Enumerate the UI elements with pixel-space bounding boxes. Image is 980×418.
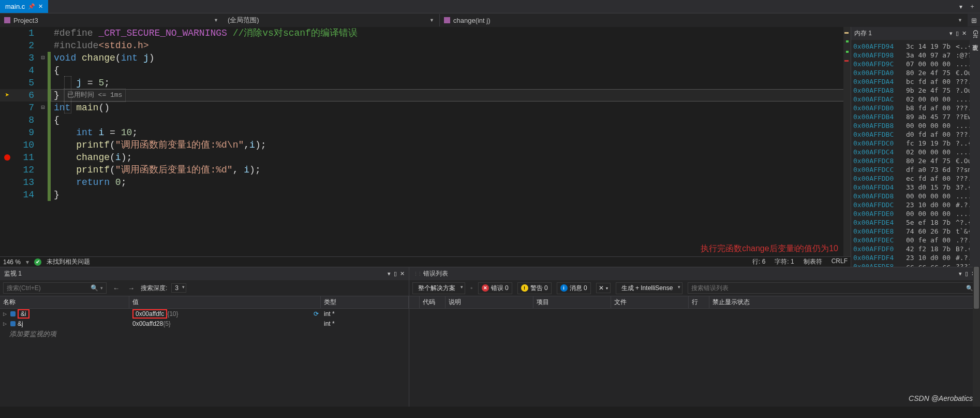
code-line[interactable]: 1#define _CRT_SECURE_NO_WARNINGS //消除vs对… [0, 27, 851, 39]
code-line[interactable]: 4{ [0, 64, 851, 77]
col-proj[interactable]: 项目 [533, 296, 611, 308]
search-icon[interactable]: 🔍 [91, 284, 98, 292]
refresh-icon[interactable]: ⟳ [314, 310, 319, 318]
window-menu-icon[interactable]: ▾ [959, 270, 962, 277]
col-indicator[interactable]: 字符: 1 [775, 257, 794, 266]
code-text[interactable]: j = 5; [51, 77, 110, 89]
code-text[interactable]: } [51, 89, 60, 102]
memory-row[interactable]: 0x00AFFDD0 ec fd af 00???. [853, 174, 970, 183]
issues-text[interactable]: 未找到相关问题 [47, 257, 90, 266]
function-dropdown[interactable]: change(int j) ▼ [439, 14, 967, 26]
scope-dropdown[interactable]: (全局范围) ▼ [224, 14, 438, 26]
code-line[interactable]: 2#include<stdio.h> [0, 39, 851, 52]
close-icon[interactable]: ✕ [400, 270, 405, 277]
next-icon[interactable]: → [126, 284, 137, 292]
add-watch-prompt[interactable]: 添加要监视的项 [0, 328, 409, 340]
col-code[interactable]: 代码 [420, 296, 446, 308]
memory-row[interactable]: 0x00AFFDA0 80 2e 4f 75€.Ou [853, 68, 970, 77]
expand-icon[interactable]: ▷ [3, 311, 8, 316]
memory-row[interactable]: 0x00AFFD98 3a 40 97 a7:@?? [853, 51, 970, 60]
pin-icon[interactable]: ▯ [394, 270, 397, 277]
messages-toggle[interactable]: i消息 0 [557, 282, 591, 294]
solution-dropdown[interactable]: 整个解决方案 [412, 282, 465, 294]
code-text[interactable]: void change(int j) [51, 52, 155, 64]
memory-row[interactable]: 0x00AFFDF0 42 f2 18 7bB?.{ [853, 244, 970, 253]
code-text[interactable]: #define _CRT_SECURE_NO_WARNINGS //消除vs对s… [51, 27, 358, 39]
memory-row[interactable]: 0x00AFFDB8 00 00 00 00.... [853, 121, 970, 130]
col-value[interactable]: 值 [129, 296, 321, 308]
tabs-indicator[interactable]: 制表符 [804, 257, 822, 266]
code-text[interactable]: return 0; [51, 176, 126, 189]
code-line[interactable]: 11 change(i); [0, 151, 851, 164]
filter-icon[interactable]: ✕▾ [596, 283, 611, 293]
memory-row[interactable]: 0x00AFFDB4 89 ab 45 77??Ew [853, 112, 970, 121]
line-indicator[interactable]: 行: 6 [752, 257, 765, 266]
memory-row[interactable]: 0x00AFFD9C 07 00 00 00.... [853, 60, 970, 68]
code-text[interactable]: printf("调用函数后变量i的值:%d", i); [51, 164, 261, 176]
prev-icon[interactable]: ← [111, 284, 122, 292]
pin-icon[interactable]: ▯ [965, 270, 968, 277]
window-menu-icon[interactable]: ▾ [949, 30, 953, 37]
memory-row[interactable]: 0x00AFFDEC 00 fe af 00.??. [853, 236, 970, 244]
warnings-toggle[interactable]: !警告 0 [517, 282, 552, 294]
zoom-level[interactable]: 146 % [3, 258, 21, 266]
memory-row[interactable]: 0x00AFFDA4 bc fd af 00???. [853, 77, 970, 86]
code-text[interactable]: } [51, 189, 60, 201]
errors-toggle[interactable]: ✕错误 0 [478, 282, 512, 294]
code-text[interactable]: printf("调用函数前变量i的值:%d\n",i); [51, 139, 266, 151]
code-line[interactable]: 14} [0, 189, 851, 201]
scrollbar[interactable] [973, 267, 980, 407]
pin-icon[interactable]: ▯ [956, 30, 959, 37]
code-text[interactable]: { [51, 114, 60, 126]
memory-row[interactable]: 0x00AFFD94 3c 14 19 7b<..{ [853, 42, 970, 51]
code-line[interactable]: 3⊟void change(int j) [0, 52, 851, 64]
search-icon[interactable]: 🔍 [966, 285, 973, 292]
code-line[interactable]: 10 printf("调用函数前变量i的值:%d\n",i); [0, 139, 851, 151]
split-button[interactable]: ⊞ [968, 14, 980, 26]
project-dropdown[interactable]: Project3 ▼ [0, 14, 222, 26]
code-text[interactable]: #include<stdio.h> [51, 39, 149, 52]
code-line[interactable]: 13 return 0; [0, 176, 851, 189]
scrollbar-minimap[interactable] [843, 27, 851, 256]
code-text[interactable]: { [51, 64, 60, 77]
memory-row[interactable]: 0x00AFFDC0 fc 19 19 7b?..{ [853, 139, 970, 148]
fold-toggle[interactable]: ⊟ [38, 52, 48, 64]
memory-row[interactable]: 0x00AFFDF8 cc cc cc cc???? [853, 262, 970, 267]
memory-row[interactable]: 0x00AFFDBC d0 fd af 00???. [853, 130, 970, 139]
code-editor[interactable]: 1#define _CRT_SECURE_NO_WARNINGS //消除vs对… [0, 27, 851, 267]
depth-dropdown[interactable]: 3 [171, 283, 186, 293]
expand-icon[interactable]: ▷ [3, 321, 8, 326]
code-text[interactable]: int main() [51, 102, 110, 114]
git-changes-tab[interactable]: Git 更改 [970, 27, 981, 43]
fold-toggle[interactable]: ⊟ [38, 102, 48, 114]
memory-row[interactable]: 0x00AFFDE4 5e ef 18 7b^?.{ [853, 218, 970, 227]
col-file[interactable]: 文件 [611, 296, 689, 308]
col-icon[interactable] [409, 296, 420, 308]
memory-row[interactable]: 0x00AFFDAC 02 00 00 00.... [853, 95, 970, 104]
memory-row[interactable]: 0x00AFFDDC 23 10 d0 00#.?. [853, 200, 970, 209]
perf-hint[interactable]: 已用时间 <= 1ms [64, 89, 126, 102]
watch-row[interactable]: ▷&i0x00affdfc {10}⟳int * [0, 309, 409, 319]
code-line[interactable]: 12 printf("调用函数后变量i的值:%d", i); [0, 164, 851, 176]
eol-indicator[interactable]: CRLF [831, 257, 848, 266]
memory-row[interactable]: 0x00AFFDC4 02 00 00 00.... [853, 148, 970, 156]
code-line[interactable]: 9 int i = 10; [0, 126, 851, 139]
close-icon[interactable]: ✕ [962, 30, 967, 37]
col-type[interactable]: 类型 [321, 296, 409, 308]
memory-row[interactable]: 0x00AFFDA8 9b 2e 4f 75?.Ou [853, 86, 970, 95]
col-suppress[interactable]: 禁止显示状态 [709, 296, 980, 308]
memory-row[interactable]: 0x00AFFDF4 23 10 d0 00#.?. [853, 253, 970, 262]
col-line[interactable]: 行 [689, 296, 709, 308]
col-desc[interactable]: 说明 [446, 296, 533, 308]
watch-search-input[interactable] [7, 284, 91, 292]
close-icon[interactable]: ✕ [38, 3, 43, 10]
error-search-input[interactable] [691, 284, 966, 292]
watch-search[interactable]: 🔍 ▾ [3, 282, 107, 294]
memory-row[interactable]: 0x00AFFDE8 74 60 26 7bt`&{ [853, 227, 970, 236]
code-line[interactable]: 8{ [0, 114, 851, 126]
watch-row[interactable]: ▷&j0x00affd28 {5}int * [0, 319, 409, 328]
window-menu-icon[interactable]: ▾ [388, 270, 391, 277]
code-line[interactable]: ➤6}已用时间 <= 1ms [0, 89, 851, 102]
error-search[interactable]: 🔍 [688, 282, 977, 294]
code-text[interactable]: int i = 10; [51, 126, 138, 139]
